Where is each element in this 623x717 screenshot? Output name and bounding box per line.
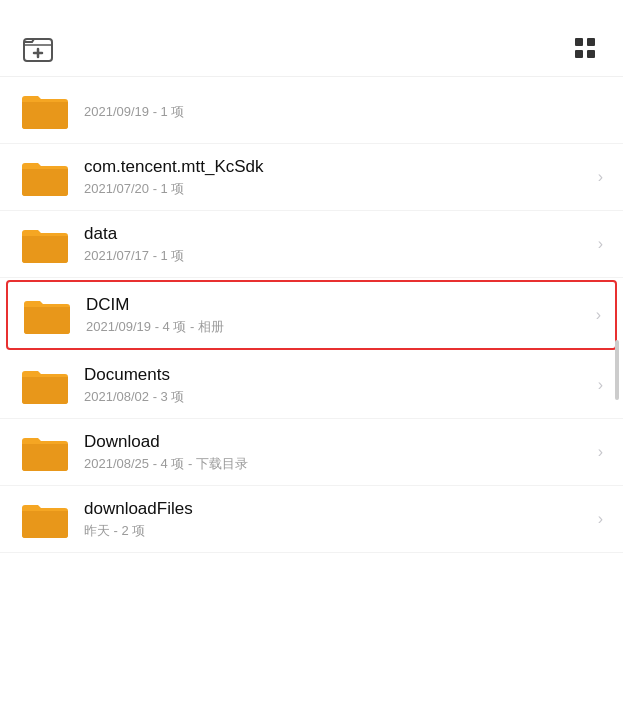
- add-folder-button[interactable]: [20, 30, 56, 66]
- folder-icon: [20, 89, 70, 131]
- toolbar: [0, 16, 623, 76]
- folder-icon: [20, 156, 70, 198]
- folder-info: Documents 2021/08/02 - 3 项: [84, 365, 590, 406]
- folder-icon: [20, 223, 70, 265]
- page-title: [0, 0, 623, 16]
- folder-info: data 2021/07/17 - 1 项: [84, 224, 590, 265]
- folder-name: Documents: [84, 365, 590, 385]
- folder-info: Download 2021/08/25 - 4 项 - 下载目录: [84, 432, 590, 473]
- folder-icon: [20, 431, 70, 473]
- grid-icon: [575, 38, 595, 58]
- chevron-right-icon: ›: [598, 376, 603, 394]
- chevron-right-icon: ›: [598, 168, 603, 186]
- folder-name: downloadFiles: [84, 499, 590, 519]
- folder-name: DCIM: [86, 295, 588, 315]
- folder-item[interactable]: Documents 2021/08/02 - 3 项 ›: [0, 352, 623, 419]
- scrollbar[interactable]: [615, 340, 619, 400]
- folder-name: com.tencent.mtt_KcSdk: [84, 157, 590, 177]
- folder-list: 2021/09/19 - 1 项 com.tencent.mtt_KcSdk 2…: [0, 77, 623, 553]
- folder-meta: 2021/09/19 - 1 项: [84, 103, 603, 121]
- folder-info: 2021/09/19 - 1 项: [84, 100, 603, 121]
- grid-view-button[interactable]: [567, 30, 603, 66]
- chevron-right-icon: ›: [598, 235, 603, 253]
- folder-item[interactable]: data 2021/07/17 - 1 项 ›: [0, 211, 623, 278]
- folder-item[interactable]: downloadFiles 昨天 - 2 项 ›: [0, 486, 623, 553]
- chevron-right-icon: ›: [598, 510, 603, 528]
- chevron-right-icon: ›: [598, 443, 603, 461]
- folder-meta: 2021/07/20 - 1 项: [84, 180, 590, 198]
- folder-info: DCIM 2021/09/19 - 4 项 - 相册: [86, 295, 588, 336]
- folder-meta: 2021/08/25 - 4 项 - 下载目录: [84, 455, 590, 473]
- chevron-right-icon: ›: [596, 306, 601, 324]
- folder-name: data: [84, 224, 590, 244]
- folder-meta: 2021/08/02 - 3 项: [84, 388, 590, 406]
- folder-meta: 2021/07/17 - 1 项: [84, 247, 590, 265]
- folder-name: Download: [84, 432, 590, 452]
- folder-icon: [20, 498, 70, 540]
- folder-item[interactable]: DCIM 2021/09/19 - 4 项 - 相册 ›: [6, 280, 617, 350]
- folder-item[interactable]: 2021/09/19 - 1 项: [0, 77, 623, 144]
- folder-meta: 2021/09/19 - 4 项 - 相册: [86, 318, 588, 336]
- folder-meta: 昨天 - 2 项: [84, 522, 590, 540]
- folder-icon: [22, 294, 72, 336]
- folder-info: downloadFiles 昨天 - 2 项: [84, 499, 590, 540]
- folder-icon: [20, 364, 70, 406]
- folder-info: com.tencent.mtt_KcSdk 2021/07/20 - 1 项: [84, 157, 590, 198]
- folder-item[interactable]: Download 2021/08/25 - 4 项 - 下载目录 ›: [0, 419, 623, 486]
- folder-item[interactable]: com.tencent.mtt_KcSdk 2021/07/20 - 1 项 ›: [0, 144, 623, 211]
